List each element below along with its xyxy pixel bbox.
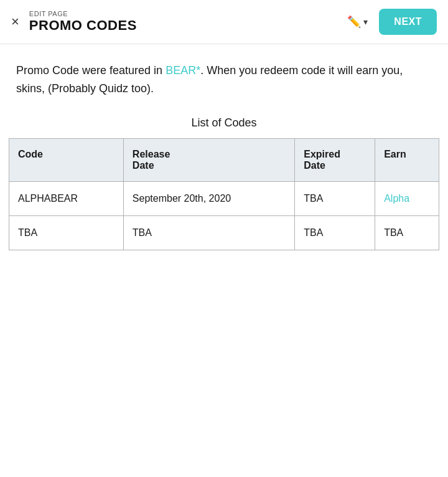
header-title: PROMO CODES [29, 17, 137, 34]
codes-table: Code ReleaseDate ExpiredDate Earn ALPHAB… [9, 138, 439, 250]
table-body: ALPHABEARSeptember 20th, 2020TBAAlphaTBA… [9, 181, 439, 250]
description: Promo Code were featured in BEAR*. When … [0, 44, 448, 110]
cell-code: TBA [9, 215, 124, 250]
header: × EDIT PAGE PROMO CODES ✏️ ▾ NEXT [0, 0, 448, 44]
next-button[interactable]: NEXT [379, 9, 437, 35]
col-header-release-date: ReleaseDate [123, 138, 294, 181]
cell-release-date: September 20th, 2020 [123, 181, 294, 215]
col-header-earn: Earn [375, 138, 439, 181]
cell-release-date: TBA [123, 215, 294, 250]
cell-expired-date: TBA [295, 181, 375, 215]
cell-code: ALPHABEAR [9, 181, 124, 215]
cell-earn: Alpha [375, 181, 439, 215]
description-text-before: Promo Code were featured in [16, 64, 166, 77]
table-row: TBATBATBATBA [9, 215, 439, 250]
table-row: ALPHABEARSeptember 20th, 2020TBAAlpha [9, 181, 439, 215]
table-section: List of Codes Code ReleaseDate ExpiredDa… [0, 110, 448, 269]
col-header-code: Code [9, 138, 124, 181]
header-left: × EDIT PAGE PROMO CODES [11, 10, 137, 34]
close-button[interactable]: × [11, 15, 19, 29]
earn-link[interactable]: Alpha [384, 193, 409, 204]
edit-icon: ✏️ [347, 15, 361, 29]
table-title: List of Codes [9, 116, 439, 130]
header-right: ✏️ ▾ NEXT [342, 9, 437, 35]
header-subtitle: EDIT PAGE [29, 10, 137, 17]
table-header-row: Code ReleaseDate ExpiredDate Earn [9, 138, 439, 181]
chevron-down-icon: ▾ [363, 17, 368, 27]
header-title-group: EDIT PAGE PROMO CODES [29, 10, 137, 34]
cell-expired-date: TBA [295, 215, 375, 250]
cell-earn: TBA [375, 215, 439, 250]
edit-button[interactable]: ✏️ ▾ [342, 11, 373, 32]
col-header-expired-date: ExpiredDate [295, 138, 375, 181]
brand-name: BEAR* [166, 64, 200, 77]
table-header: Code ReleaseDate ExpiredDate Earn [9, 138, 439, 181]
